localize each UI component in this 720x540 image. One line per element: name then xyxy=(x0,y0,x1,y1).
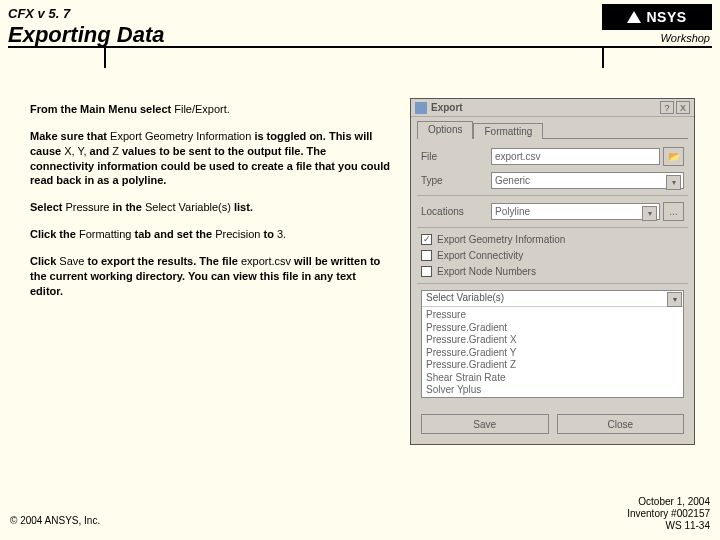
close-button[interactable]: Close xyxy=(557,414,685,434)
close-x-button[interactable]: X xyxy=(676,101,690,114)
browse-icon[interactable]: 📂 xyxy=(663,147,684,166)
workshop-label: Workshop xyxy=(660,32,710,44)
help-button[interactable]: ? xyxy=(660,101,674,114)
save-button[interactable]: Save xyxy=(421,414,549,434)
file-field[interactable]: export.csv xyxy=(491,148,660,165)
locations-dropdown[interactable]: Polyline xyxy=(491,203,660,220)
tab-options[interactable]: Options xyxy=(417,121,473,139)
triangle-icon xyxy=(627,11,641,23)
locations-more-button[interactable]: ... xyxy=(663,202,684,221)
form-area: File export.csv 📂 Type Generic Locations… xyxy=(411,139,694,406)
check-geom-label: Export Geometry Information xyxy=(437,234,565,245)
tab-formatting[interactable]: Formatting xyxy=(473,123,543,139)
logo-text: NSYS xyxy=(646,9,686,25)
footer-info: October 1, 2004 Inventory #002157 WS 11-… xyxy=(627,496,710,532)
footer-date: October 1, 2004 xyxy=(627,496,710,508)
select-variables-list[interactable]: Pressure Pressure.Gradient Pressure.Grad… xyxy=(422,307,683,398)
separator-2 xyxy=(417,227,688,228)
instruction-1: From the Main Menu select File/Export. xyxy=(30,102,390,117)
list-item[interactable]: Shear Strain Rate xyxy=(426,372,679,385)
tabstrip: Options Formatting xyxy=(411,117,694,139)
copyright: © 2004 ANSYS, Inc. xyxy=(10,515,100,526)
list-item[interactable]: Solver Yplus xyxy=(426,384,679,397)
footer-ws: WS 11-34 xyxy=(627,520,710,532)
checkbox-icon xyxy=(421,250,432,261)
dialog-buttons: Save Close xyxy=(411,406,694,444)
footer-inventory: Inventory #002157 xyxy=(627,508,710,520)
file-label: File xyxy=(421,151,491,162)
dialog-icon xyxy=(415,102,427,114)
check-node-label: Export Node Numbers xyxy=(437,266,536,277)
list-item[interactable]: Pressure.Gradient Y xyxy=(426,347,679,360)
select-variables-box: Select Variable(s) Pressure Pressure.Gra… xyxy=(421,290,684,398)
list-item[interactable]: Pressure xyxy=(426,309,679,322)
instruction-5: Click Save to export the results. The fi… xyxy=(30,254,390,299)
list-item[interactable]: Pressure.Gradient X xyxy=(426,334,679,347)
dialog-title-text: Export xyxy=(431,102,658,113)
export-dialog: Export ? X Options Formatting File expor… xyxy=(410,98,695,445)
checkbox-icon xyxy=(421,266,432,277)
checkbox-icon: ✓ xyxy=(421,234,432,245)
instruction-4: Click the Formatting tab and set the Pre… xyxy=(30,227,390,242)
check-connectivity[interactable]: Export Connectivity xyxy=(421,250,684,261)
vline-left xyxy=(104,46,106,68)
check-conn-label: Export Connectivity xyxy=(437,250,523,261)
separator-1 xyxy=(417,195,688,196)
separator-3 xyxy=(417,283,688,284)
ansys-logo: NSYS xyxy=(602,4,712,30)
dialog-titlebar: Export ? X xyxy=(411,99,694,117)
list-item[interactable]: Pressure.Gradient xyxy=(426,322,679,335)
locations-label: Locations xyxy=(421,206,491,217)
vline-right xyxy=(602,46,604,68)
instructions: From the Main Menu select File/Export. M… xyxy=(30,102,390,310)
check-node-numbers[interactable]: Export Node Numbers xyxy=(421,266,684,277)
type-label: Type xyxy=(421,175,491,186)
header-rule xyxy=(8,46,712,48)
check-geometry[interactable]: ✓Export Geometry Information xyxy=(421,234,684,245)
instruction-3: Select Pressure in the Select Variable(s… xyxy=(30,200,390,215)
version-label: CFX v 5. 7 xyxy=(8,6,70,21)
select-variables-header[interactable]: Select Variable(s) xyxy=(422,291,683,307)
page-title: Exporting Data xyxy=(8,22,164,48)
instruction-2: Make sure that Export Geometry Informati… xyxy=(30,129,390,188)
list-item[interactable]: Pressure.Gradient Z xyxy=(426,359,679,372)
type-dropdown[interactable]: Generic xyxy=(491,172,684,189)
